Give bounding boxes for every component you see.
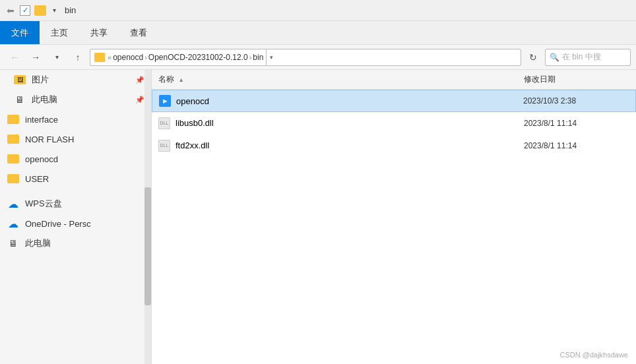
ribbon-tab-home[interactable]: 主页 (40, 21, 79, 44)
watermark: CSDN @dajkhsdawe (560, 351, 629, 359)
cloud-icon-onedrive: ☁ (7, 217, 20, 230)
content-area: 名称 ▲ 修改日期 ▶ openocd 2023/10/3 2:38 (152, 70, 636, 364)
file-name-libusb: libusb0.dll (175, 118, 214, 128)
sidebar-item-user[interactable]: USER (0, 169, 151, 189)
breadcrumb-item-1[interactable]: OpenOCD-20231002-0.12.0 (148, 53, 248, 62)
file-name-ftd2xx: ftd2xx.dll (175, 140, 209, 150)
search-icon: 🔍 (550, 53, 559, 62)
file-date-libusb: 2023/8/1 11:14 (524, 119, 629, 128)
sidebar-item-norflash[interactable]: NOR FLASH (0, 129, 151, 149)
file-name-openocd: openocd (176, 96, 209, 106)
title-bar: ⬅ ✓ ▾ bin (0, 0, 636, 21)
monitor-icon-thispc: 🖥 (13, 93, 26, 106)
up-button[interactable]: ↑ (69, 48, 87, 67)
sidebar-label-pictures: 图片 (32, 74, 49, 86)
sidebar-label-user: USER (25, 174, 49, 184)
breadcrumb-item-2[interactable]: bin (253, 53, 263, 62)
sidebar: 🖼 图片 📌 🖥 此电脑 📌 interface (0, 70, 152, 364)
file-date-openocd: 2023/10/3 2:38 (523, 96, 629, 106)
file-row-libusb[interactable]: DLL libusb0.dll 2023/8/1 11:14 (152, 112, 636, 135)
title-text: bin (65, 5, 76, 15)
refresh-button[interactable]: ↻ (524, 48, 542, 67)
title-folder-icon (34, 5, 46, 16)
pin-icon-pictures: 📌 (135, 76, 144, 84)
file-name-cell-openocd: ▶ openocd (159, 95, 523, 107)
folder-icon-openocd (7, 152, 20, 166)
breadcrumb-text: « openocd › OpenOCD-20231002-0.12.0 › bi… (108, 53, 263, 62)
breadcrumb-bar[interactable]: « openocd › OpenOCD-20231002-0.12.0 › bi… (90, 49, 521, 66)
folder-icon-pictures: 🖼 (13, 73, 26, 86)
forward-button[interactable]: → (26, 48, 45, 67)
folder-icon-interface (7, 113, 20, 126)
ribbon-tab-view[interactable]: 查看 (119, 21, 158, 44)
title-check-icon: ✓ (20, 5, 30, 16)
dll-icon-libusb: DLL (158, 117, 170, 129)
sidebar-label-onedrive: OneDrive - Persc (25, 219, 91, 229)
sidebar-item-thispc[interactable]: 🖥 此电脑 📌 (0, 90, 151, 109)
file-row-openocd[interactable]: ▶ openocd 2023/10/3 2:38 (152, 90, 636, 112)
header-date[interactable]: 修改日期 (524, 74, 629, 85)
breadcrumb-dropdown-button[interactable]: ▾ (266, 49, 276, 66)
title-icons: ⬅ ✓ ▾ bin (5, 5, 76, 16)
title-dropdown-arrow[interactable]: ▾ (50, 7, 58, 15)
ribbon-tab-share[interactable]: 共享 (79, 21, 119, 44)
sidebar-label-thispc2: 此电脑 (25, 237, 51, 249)
sidebar-item-onedrive[interactable]: ☁ OneDrive - Persc (0, 214, 151, 233)
folder-icon-norflash (7, 133, 20, 146)
sidebar-item-pictures[interactable]: 🖼 图片 📌 (0, 70, 151, 90)
search-box[interactable]: 🔍 在 bin 中搜 (545, 49, 631, 66)
address-bar: ← → ▾ ↑ « openocd › OpenOCD-20231002-0.1… (0, 45, 636, 70)
monitor-icon-thispc2: 🖥 (7, 237, 20, 250)
sidebar-label-wps: WPS云盘 (25, 198, 62, 210)
content-wrapper: 名称 ▲ 修改日期 ▶ openocd 2023/10/3 2:38 (152, 70, 636, 364)
sidebar-item-thispc2[interactable]: 🖥 此电脑 (0, 233, 151, 253)
header-name[interactable]: 名称 ▲ (158, 74, 524, 85)
main-layout: 🖼 图片 📌 🖥 此电脑 📌 interface (0, 70, 636, 364)
sidebar-item-openocd[interactable]: openocd (0, 149, 151, 169)
exe-icon-openocd: ▶ (159, 95, 171, 107)
ribbon: 文件 主页 共享 查看 (0, 21, 636, 45)
sidebar-label-openocd: openocd (25, 154, 58, 164)
breadcrumb-folder-icon (94, 53, 105, 62)
file-name-cell-libusb: DLL libusb0.dll (158, 117, 524, 129)
sidebar-label-thispc: 此电脑 (32, 94, 57, 106)
breadcrumb-item-0[interactable]: openocd (113, 53, 143, 62)
column-headers: 名称 ▲ 修改日期 (152, 70, 636, 90)
sidebar-label-norflash: NOR FLASH (25, 135, 74, 144)
file-date-ftd2xx: 2023/8/1 11:14 (524, 141, 629, 150)
sidebar-item-wps[interactable]: ☁ WPS云盘 (0, 194, 151, 214)
dropdown-nav-button[interactable]: ▾ (48, 48, 66, 67)
file-row-ftd2xx[interactable]: DLL ftd2xx.dll 2023/8/1 11:14 (152, 135, 636, 157)
sidebar-scrollbar-thumb[interactable] (144, 187, 151, 305)
search-placeholder: 在 bin 中搜 (562, 51, 601, 63)
sidebar-scrollbar-track[interactable] (144, 70, 151, 364)
sidebar-item-interface[interactable]: interface (0, 109, 151, 129)
title-nav-icon: ⬅ (5, 5, 16, 16)
dll-icon-ftd2xx: DLL (158, 140, 170, 152)
pin-icon-thispc: 📌 (135, 96, 144, 104)
sort-indicator: ▲ (178, 76, 184, 83)
file-name-cell-ftd2xx: DLL ftd2xx.dll (158, 140, 524, 152)
cloud-icon-wps: ☁ (7, 197, 20, 210)
ribbon-tab-file[interactable]: 文件 (0, 21, 40, 44)
breadcrumb-sep0: « (108, 53, 111, 61)
folder-icon-user (7, 172, 20, 185)
back-button[interactable]: ← (5, 48, 24, 67)
sidebar-label-interface: interface (25, 115, 58, 125)
